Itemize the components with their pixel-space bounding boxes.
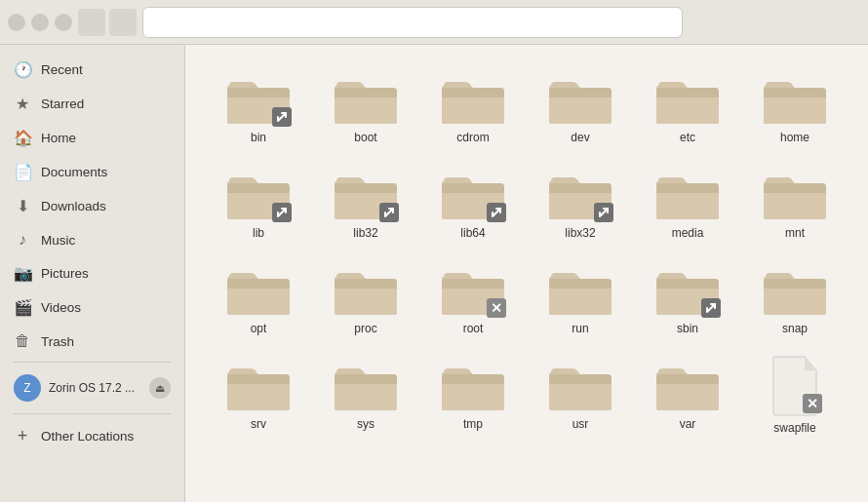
file-item-proc[interactable]: proc — [312, 251, 419, 343]
minimize-button[interactable] — [31, 14, 49, 31]
file-item-lib[interactable]: lib — [205, 156, 312, 248]
recent-icon: 🕐 — [14, 60, 31, 79]
sidebar-item-videos[interactable]: 🎬 Videos — [0, 290, 184, 325]
file-name-libx32: libx32 — [565, 226, 595, 240]
close-button[interactable] — [8, 14, 25, 31]
file-name-dev: dev — [571, 131, 589, 144]
link-badge — [701, 298, 721, 318]
file-item-home[interactable]: home — [741, 60, 848, 152]
file-name-media: media — [672, 226, 704, 240]
file-grid: bin boot cdrom — [205, 60, 848, 443]
sidebar-label-documents: Documents — [41, 165, 107, 179]
pictures-icon: 📷 — [14, 264, 31, 283]
file-name-srv: srv — [251, 417, 266, 431]
file-content: bin boot cdrom — [185, 45, 868, 502]
maximize-button[interactable] — [55, 14, 72, 31]
file-name-usr: usr — [572, 417, 589, 431]
file-item-dev[interactable]: dev — [527, 60, 634, 152]
sidebar-item-trash[interactable]: 🗑 Trash — [0, 325, 184, 358]
file-name-var: var — [680, 417, 696, 431]
file-item-mnt[interactable]: mnt — [741, 156, 848, 248]
music-icon: ♪ — [14, 231, 31, 249]
file-name-etc: etc — [680, 131, 695, 144]
folder-icon-wrapper — [225, 259, 292, 318]
folder-icon-wrapper — [333, 259, 399, 318]
sidebar-item-pictures[interactable]: 📷 Pictures — [0, 256, 184, 290]
sidebar-label-downloads: Downloads — [41, 199, 106, 213]
folder-icon-wrapper — [547, 68, 613, 127]
folder-icon-wrapper — [762, 259, 828, 318]
file-item-lib32[interactable]: lib32 — [312, 156, 419, 248]
sidebar-item-zorin[interactable]: Z Zorin OS 17.2 ... ⏏ — [0, 367, 184, 409]
file-item-root[interactable]: ✕ root — [419, 251, 527, 343]
sidebar-label-music: Music — [41, 233, 75, 248]
file-item-run[interactable]: run — [527, 251, 634, 343]
folder-icon-wrapper — [762, 68, 828, 127]
file-item-lib64[interactable]: lib64 — [419, 156, 527, 248]
view-list-button[interactable] — [759, 7, 790, 38]
sidebar-divider — [14, 362, 171, 363]
back-button[interactable] — [78, 9, 105, 36]
file-item-swapfile[interactable]: ✕ swapfile — [741, 347, 848, 443]
file-name-cdrom: cdrom — [456, 131, 489, 144]
file-name-opt: opt — [251, 322, 267, 335]
file-item-boot[interactable]: boot — [312, 60, 419, 152]
home-icon: 🏠 — [14, 129, 31, 147]
folder-icon-wrapper — [333, 164, 399, 222]
other-locations-icon: + — [14, 426, 31, 446]
toolbar-actions — [689, 7, 860, 38]
sidebar-label-trash: Trash — [41, 334, 74, 349]
file-name-sbin: sbin — [677, 322, 698, 335]
sidebar-item-downloads[interactable]: ⬇ Downloads — [0, 189, 184, 223]
location-bar[interactable] — [142, 7, 683, 38]
file-name-lib32: lib32 — [353, 226, 377, 240]
sidebar-item-music[interactable]: ♪ Music — [0, 223, 184, 256]
file-item-media[interactable]: media — [634, 156, 741, 248]
file-item-bin[interactable]: bin — [205, 60, 312, 152]
search-button[interactable] — [724, 7, 755, 38]
folder-icon-wrapper — [333, 68, 399, 127]
sidebar-item-recent[interactable]: 🕐 Recent — [0, 53, 184, 87]
file-item-usr[interactable]: usr — [527, 347, 634, 443]
file-item-srv[interactable]: srv — [205, 347, 312, 443]
file-item-var[interactable]: var — [634, 347, 741, 443]
folder-icon-wrapper — [654, 259, 721, 318]
sidebar-item-documents[interactable]: 📄 Documents — [0, 155, 184, 189]
window-controls — [8, 14, 72, 31]
folder-icon-wrapper — [225, 355, 292, 413]
file-item-opt[interactable]: opt — [205, 251, 312, 343]
file-name-snap: snap — [782, 322, 808, 335]
zorin-label: Zorin OS 17.2 ... — [49, 381, 135, 395]
folder-icon-wrapper — [225, 164, 292, 222]
downloads-icon: ⬇ — [14, 197, 31, 215]
file-name-run: run — [572, 322, 588, 335]
file-item-cdrom[interactable]: cdrom — [419, 60, 527, 152]
sidebar-item-home[interactable]: 🏠 Home — [0, 121, 184, 155]
file-item-sbin[interactable]: sbin — [634, 251, 741, 343]
file-item-etc[interactable]: etc — [634, 60, 741, 152]
file-item-libx32[interactable]: libx32 — [527, 156, 634, 248]
forward-button[interactable] — [109, 9, 137, 36]
file-name-tmp: tmp — [463, 417, 483, 431]
zorin-eject-button[interactable]: ⏏ — [149, 377, 171, 399]
file-name-boot: boot — [354, 131, 376, 144]
folder-icon-wrapper — [654, 68, 721, 127]
folder-icon-wrapper — [547, 259, 613, 318]
folder-icon-wrapper: ✕ — [440, 259, 506, 318]
hamburger-button[interactable] — [829, 7, 860, 38]
documents-icon: 📄 — [14, 163, 31, 181]
zorin-icon: Z — [14, 374, 41, 402]
folder-icon-wrapper — [762, 164, 828, 222]
file-name-lib: lib — [253, 226, 264, 240]
menu-dots-button[interactable] — [689, 7, 720, 38]
sidebar-divider-2 — [14, 413, 171, 414]
file-item-snap[interactable]: snap — [741, 251, 848, 343]
sidebar-item-starred[interactable]: ★ Starred — [0, 87, 184, 121]
trash-icon: 🗑 — [14, 332, 31, 350]
file-item-tmp[interactable]: tmp — [419, 347, 527, 443]
sidebar-label-videos: Videos — [41, 300, 81, 315]
sidebar-item-other-locations[interactable]: + Other Locations — [0, 418, 184, 454]
view-dropdown-button[interactable] — [794, 7, 825, 38]
file-item-sys[interactable]: sys — [312, 347, 419, 443]
sidebar: 🕐 Recent ★ Starred 🏠 Home 📄 Documents ⬇ … — [0, 45, 185, 502]
